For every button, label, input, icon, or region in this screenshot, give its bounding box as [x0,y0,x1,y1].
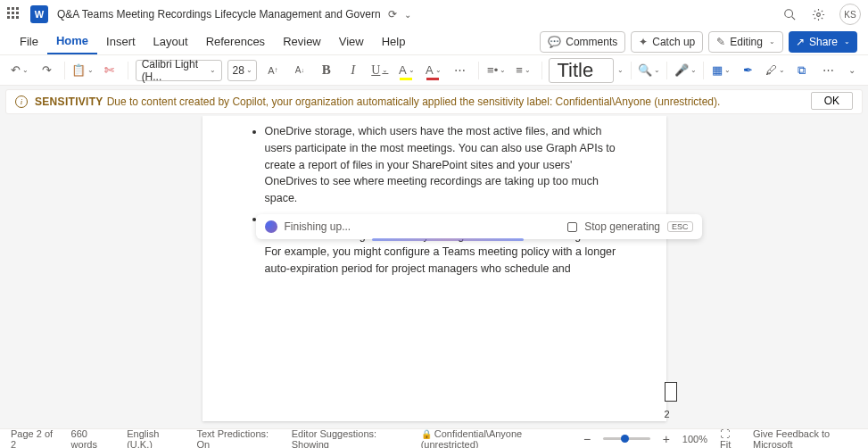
status-sensitivity[interactable]: 🔒 Confidential\Anyone (unrestricted) [421,428,569,449]
designer-button[interactable]: ▦⌄ [711,60,732,81]
copilot-status-text: Finishing up... [285,220,351,233]
user-avatar[interactable]: KS [839,4,861,25]
settings-icon[interactable] [811,7,825,21]
zoom-out-button[interactable]: − [583,432,591,446]
esc-key-hint: ESC [667,221,693,232]
svg-point-0 [785,10,793,18]
chevron-down-icon: ⌄ [87,66,94,74]
document-title[interactable]: Q&A Teams Meeting Recordings Lifecycle M… [57,8,381,21]
info-icon: i [15,95,28,108]
chevron-down-icon: ⌄ [210,66,216,74]
search-icon[interactable] [782,7,797,21]
status-word-count[interactable]: 660 words [71,428,113,449]
status-page[interactable]: Page 2 of 2 [11,428,57,449]
dictate-button[interactable]: 🎤⌄ [674,60,696,81]
pencil-icon: ✎ [716,36,725,48]
chevron-down-icon: ⌄ [500,66,506,74]
font-family-select[interactable]: Calibri Light (H...⌄ [136,60,223,81]
page-number: 2 [664,409,669,419]
tab-home[interactable]: Home [47,29,97,54]
status-language[interactable]: English (U.K.) [127,428,182,449]
fit-button[interactable]: ⛶ Fit [720,428,740,449]
share-icon: ↗ [796,36,805,48]
lock-icon: 🔒 [421,429,432,439]
tab-help[interactable]: Help [373,29,415,54]
tab-file[interactable]: File [11,29,47,54]
copilot-icon [265,220,277,233]
fit-icon: ⛶ [720,428,730,439]
zoom-percent[interactable]: 100% [682,434,707,444]
chevron-down-icon: ⌄ [382,66,388,74]
align-button[interactable]: ≡⌄ [513,60,534,81]
separator [666,62,667,79]
editing-mode-button[interactable]: ✎Editing⌄ [708,31,783,53]
separator [703,62,704,79]
chevron-down-icon[interactable]: ⌄ [617,66,624,74]
chevron-down-icon: ⌄ [690,66,697,74]
catch-up-label: Catch up [652,36,695,48]
chevron-down-icon: ⌄ [22,66,29,74]
shrink-font-button[interactable]: A↓ [289,60,310,81]
grow-font-button[interactable]: A↑ [262,60,284,81]
find-button[interactable]: 🔍⌄ [638,60,659,81]
undo-button[interactable]: ↶⌄ [9,60,30,81]
word-app-icon: W [30,5,48,23]
bold-button[interactable]: B [316,60,337,81]
font-color-button[interactable]: A⌄ [423,60,444,81]
title-dropdown-icon[interactable]: ⌄ [404,10,411,20]
bullet-list: OneDrive storage, which users have the m… [265,123,622,278]
zoom-slider[interactable] [603,437,649,440]
feedback-link[interactable]: Give Feedback to Microsoft [753,428,857,449]
status-sensitivity-label: Confidential\Anyone (unrestricted) [421,428,523,449]
font-size-value: 28 [232,64,244,77]
tab-layout[interactable]: Layout [145,29,197,54]
stop-generating-button[interactable]: Stop generating [584,220,660,233]
sparkle-icon: ✦ [639,36,648,48]
paste-button[interactable]: 📋⌄ [72,60,94,81]
more-commands-button[interactable]: ⋯ [818,60,839,81]
title-bar: W Q&A Teams Meeting Recordings Lifecycle… [0,0,868,29]
page-number-field[interactable] [665,382,677,402]
chevron-down-icon: ⌄ [724,66,731,74]
document-page[interactable]: OneDrive storage, which users have the m… [203,116,666,421]
comment-icon: 💬 [548,36,561,48]
catch-up-button[interactable]: ✦Catch up [631,31,703,53]
tab-insert[interactable]: Insert [97,29,145,54]
sensitivity-notification: i SENSITIVITY Due to content created by … [5,89,863,114]
list-item[interactable]: OneDrive storage, which users have the m… [265,123,622,207]
app-launcher-icon[interactable] [7,7,21,21]
chevron-down-icon: ⌄ [246,66,252,74]
more-font-button[interactable]: ⋯ [450,60,471,81]
separator [478,62,479,79]
style-select[interactable]: Title [549,58,613,83]
tab-review[interactable]: Review [274,29,330,54]
redo-button[interactable]: ↷ [36,60,57,81]
underline-button[interactable]: U⌄ [369,60,391,81]
zoom-in-button[interactable]: + [663,432,670,446]
editor-button[interactable]: ✒ [738,60,759,81]
bullets-button[interactable]: ≡•⌄ [486,60,508,81]
status-suggestions[interactable]: Editor Suggestions: Showing [292,428,407,449]
highlight-button[interactable]: A⌄ [396,60,417,81]
sensitivity-button[interactable]: 🖊⌄ [765,60,786,81]
ok-button[interactable]: OK [811,92,853,110]
separator [64,62,65,79]
copilot-status-bar: Finishing up... Stop generating ESC [256,214,702,239]
style-value: Title [557,59,593,82]
status-predictions[interactable]: Text Predictions: On [196,428,277,449]
zoom-thumb[interactable] [621,435,629,443]
italic-button[interactable]: I [343,60,364,81]
addins-button[interactable]: ⧉ [791,60,813,81]
separator [541,62,542,79]
tab-references[interactable]: References [197,29,274,54]
status-bar: Page 2 of 2 660 words English (U.K.) Tex… [0,428,868,448]
share-button[interactable]: ↗Share⌄ [789,31,857,53]
tab-view[interactable]: View [330,29,373,54]
editing-label: Editing [730,36,763,48]
font-size-select[interactable]: 28⌄ [227,60,256,81]
svg-point-2 [816,12,820,16]
format-painter-button[interactable]: ✄ [99,60,120,81]
sensitivity-label: SENSITIVITY [35,95,103,108]
comments-button[interactable]: 💬Comments [540,31,625,53]
ribbon-expand-icon[interactable]: ⌄ [845,62,859,79]
